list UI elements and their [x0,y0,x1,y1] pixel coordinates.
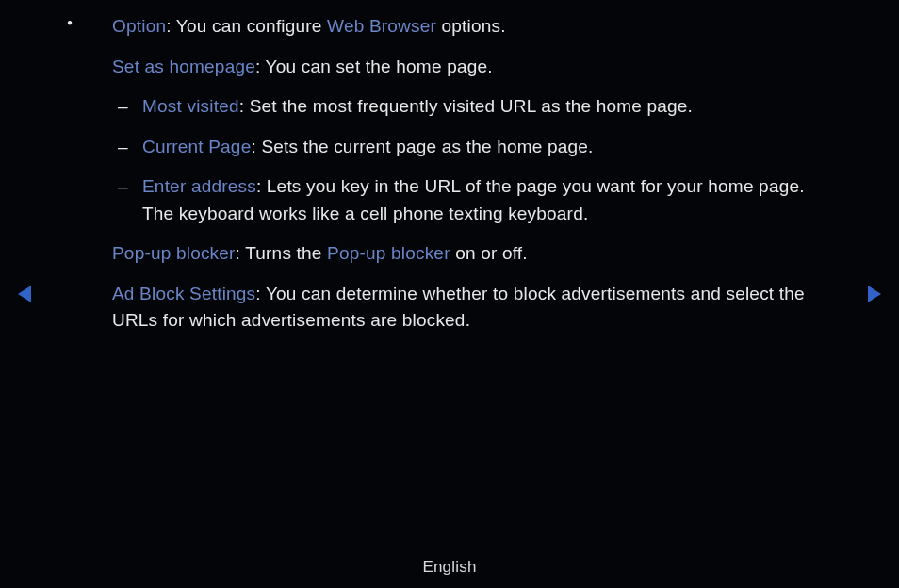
enter-address-keyword: Enter address [142,176,256,196]
web-browser-keyword: Web Browser [327,16,436,36]
language-label: English [0,558,899,577]
current-page-keyword: Current Page [142,137,251,156]
popup-section: Pop-up blocker: Turns the Pop-up blocker… [90,240,839,268]
adblock-section: Ad Block Settings: You can determine whe… [90,281,839,335]
option-line: Option: You can configure Web Browser op… [90,13,839,41]
popup-keyword2: Pop-up blocker [327,243,450,263]
option-keyword: Option [112,16,166,36]
homepage-keyword: Set as homepage [112,57,255,76]
homepage-section: Set as homepage: You can set the home pa… [90,54,839,81]
popup-keyword: Pop-up blocker [112,243,236,263]
current-page-text: : Sets the current page as the home page… [251,137,593,156]
homepage-text: : You can set the home page. [255,57,493,76]
popup-text1: : Turns the [236,243,327,263]
dash-enter-address: Enter address: Lets you key in the URL o… [142,173,839,227]
svg-marker-1 [868,286,881,302]
prev-page-button[interactable] [15,283,34,305]
most-visited-keyword: Most visited [142,96,239,116]
popup-text2: on or off. [450,243,528,263]
triangle-right-icon [868,286,881,302]
dash-most-visited: Most visited: Set the most frequently vi… [142,93,839,121]
adblock-keyword: Ad Block Settings [112,284,255,303]
dash-current-page: Current Page: Sets the current page as t… [142,134,839,161]
triangle-left-icon [18,286,31,302]
most-visited-text: : Set the most frequently visited URL as… [239,96,693,116]
manual-content: Option: You can configure Web Browser op… [0,0,899,335]
homepage-options-list: Most visited: Set the most frequently vi… [90,93,839,227]
option-text1: : You can configure [166,16,327,36]
option-text2: options. [436,16,506,36]
svg-marker-0 [18,286,31,302]
bullet-option: Option: You can configure Web Browser op… [90,13,839,41]
next-page-button[interactable] [865,283,884,305]
